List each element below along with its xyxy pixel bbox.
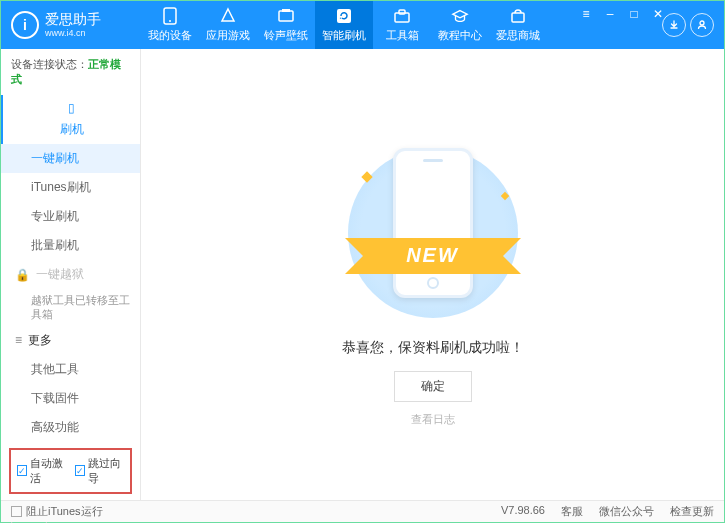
nav-label: 智能刷机 [322, 28, 366, 43]
check-update-link[interactable]: 检查更新 [670, 504, 714, 519]
checkbox-skip-guide[interactable]: ✓ 跳过向导 [75, 456, 125, 486]
checkbox-auto-activate[interactable]: ✓ 自动激活 [17, 456, 67, 486]
checkbox-icon: ✓ [17, 465, 27, 476]
highlighted-options: ✓ 自动激活 ✓ 跳过向导 [9, 448, 132, 494]
checkbox-block-itunes[interactable]: 阻止iTunes运行 [11, 504, 103, 519]
refresh-icon [335, 7, 353, 25]
success-message: 恭喜您，保资料刷机成功啦！ [342, 339, 524, 357]
store-icon [509, 7, 527, 25]
sidebar-item-oneclick[interactable]: 一键刷机 [1, 144, 140, 173]
lock-icon: 🔒 [15, 268, 30, 282]
section-more[interactable]: ≡ 更多 [1, 326, 140, 355]
svg-rect-4 [337, 9, 351, 23]
minimize-icon[interactable]: – [599, 3, 621, 25]
nav-store[interactable]: 爱思商城 [489, 1, 547, 49]
svg-point-8 [700, 21, 704, 25]
checkbox-icon: ✓ [75, 465, 85, 476]
svg-rect-3 [282, 9, 290, 12]
nav-label: 爱思商城 [496, 28, 540, 43]
nav-label: 铃声壁纸 [264, 28, 308, 43]
app-url: www.i4.cn [45, 28, 101, 38]
toolbox-icon [393, 7, 411, 25]
menu-icon[interactable]: ≡ [575, 3, 597, 25]
sidebar-item-batch[interactable]: 批量刷机 [1, 231, 140, 260]
svg-rect-7 [512, 13, 524, 22]
jailbreak-note: 越狱工具已转移至工具箱 [1, 289, 140, 326]
nav-label: 我的设备 [148, 28, 192, 43]
main-content: NEW 恭喜您，保资料刷机成功啦！ 确定 查看日志 [141, 49, 724, 500]
nav-label: 教程中心 [438, 28, 482, 43]
nav-flash[interactable]: 智能刷机 [315, 1, 373, 49]
app-header: ≡ – □ ✕ i 爱思助手 www.i4.cn 我的设备 应用游戏 铃声壁纸 [1, 1, 724, 49]
new-ribbon: NEW [363, 238, 503, 274]
sidebar-item-other[interactable]: 其他工具 [1, 355, 140, 384]
nav-label: 工具箱 [386, 28, 419, 43]
apps-icon [219, 7, 237, 25]
version-label: V7.98.66 [501, 504, 545, 519]
section-label: 更多 [28, 332, 52, 349]
checkbox-label: 跳过向导 [88, 456, 125, 486]
logo-icon: i [11, 11, 39, 39]
checkbox-label: 阻止iTunes运行 [26, 504, 103, 519]
phone-small-icon: ▯ [68, 101, 75, 115]
grad-cap-icon [451, 7, 469, 25]
sidebar-item-advanced[interactable]: 高级功能 [1, 413, 140, 442]
svg-rect-2 [279, 11, 293, 21]
wechat-link[interactable]: 微信公众号 [599, 504, 654, 519]
nav-tutorials[interactable]: 教程中心 [431, 1, 489, 49]
view-log-link[interactable]: 查看日志 [411, 412, 455, 427]
app-name: 爱思助手 [45, 12, 101, 27]
more-icon: ≡ [15, 333, 22, 347]
nav-my-device[interactable]: 我的设备 [141, 1, 199, 49]
checkbox-label: 自动激活 [30, 456, 67, 486]
section-label: 一键越狱 [36, 266, 84, 283]
sidebar: 设备连接状态：正常模式 ▯ 刷机 一键刷机 iTunes刷机 专业刷机 批量刷机… [1, 49, 141, 500]
section-label: 刷机 [60, 121, 84, 138]
ok-button[interactable]: 确定 [394, 371, 472, 402]
nav-ringtones[interactable]: 铃声壁纸 [257, 1, 315, 49]
svg-rect-6 [399, 10, 405, 14]
checkbox-icon [11, 506, 22, 517]
phone-icon [161, 7, 179, 25]
connection-status: 设备连接状态：正常模式 [1, 49, 140, 95]
section-flash[interactable]: ▯ 刷机 [1, 95, 140, 144]
status-prefix: 设备连接状态： [11, 58, 88, 70]
media-icon [277, 7, 295, 25]
svg-point-1 [169, 20, 171, 22]
nav-apps[interactable]: 应用游戏 [199, 1, 257, 49]
phone-graphic [393, 148, 473, 298]
logo: i 爱思助手 www.i4.cn [11, 11, 141, 39]
close-icon[interactable]: ✕ [647, 3, 669, 25]
maximize-icon[interactable]: □ [623, 3, 645, 25]
customer-service-link[interactable]: 客服 [561, 504, 583, 519]
sidebar-item-itunes[interactable]: iTunes刷机 [1, 173, 140, 202]
sidebar-item-pro[interactable]: 专业刷机 [1, 202, 140, 231]
sidebar-item-firmware[interactable]: 下载固件 [1, 384, 140, 413]
nav-toolbox[interactable]: 工具箱 [373, 1, 431, 49]
section-jailbreak: 🔒 一键越狱 [1, 260, 140, 289]
user-icon[interactable] [690, 13, 714, 37]
success-illustration: NEW [343, 143, 523, 323]
footer: 阻止iTunes运行 V7.98.66 客服 微信公众号 检查更新 [1, 500, 724, 522]
nav-label: 应用游戏 [206, 28, 250, 43]
